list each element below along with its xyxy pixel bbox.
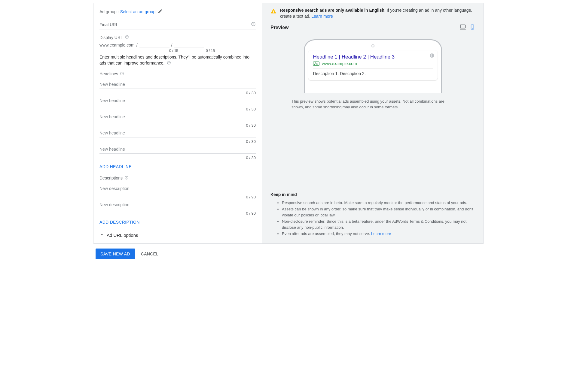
display-url-label: Display URL	[99, 35, 256, 40]
ad-headline: Headline 1 | Headline 2 | Headline 3	[313, 54, 433, 60]
keep-in-mind-item: Assets can be shown in any order, so mak…	[282, 206, 475, 218]
headlines-label: Headlines	[99, 71, 256, 77]
description-counter: 0 / 90	[99, 193, 256, 199]
ad-group-row: Ad group: Select an ad group	[99, 9, 256, 14]
help-icon[interactable]	[125, 35, 129, 40]
display-url-domain: www.example.com	[99, 43, 135, 47]
ad-badge: Ad	[313, 62, 319, 66]
add-description-button[interactable]: ADD DESCRIPTION	[99, 216, 256, 227]
headline-counter: 0 / 30	[99, 121, 256, 128]
save-new-ad-button[interactable]: SAVE NEW AD	[96, 249, 135, 259]
headline-counter: 0 / 30	[99, 137, 256, 144]
keep-in-mind-section: Keep in mind Responsive search ads are i…	[262, 187, 484, 243]
svg-point-7	[122, 74, 122, 74]
ad-description: Description 1. Description 2.	[313, 71, 433, 76]
path1-counter: 0 / 15	[145, 49, 178, 53]
mobile-icon[interactable]	[470, 23, 475, 32]
keep-in-mind-item: Non-disclosure reminder: Since this is a…	[282, 219, 475, 230]
svg-point-1	[253, 25, 253, 25]
headline-input[interactable]: New headline	[99, 111, 256, 121]
help-icon[interactable]	[120, 71, 124, 77]
instruction-text: Enter multiple headlines and description…	[99, 54, 256, 67]
keep-in-mind-title: Keep in mind	[270, 192, 475, 197]
path2-counter: 0 / 15	[180, 49, 215, 53]
descriptions-label: Descriptions	[99, 176, 256, 181]
desktop-icon[interactable]	[459, 24, 467, 31]
keep-in-mind-item: Responsive search ads are in beta. Make …	[282, 200, 475, 206]
final-url-field[interactable]: Final URL	[99, 22, 256, 29]
headline-counter: 0 / 30	[99, 105, 256, 111]
learn-more-link[interactable]: Learn more	[311, 14, 333, 19]
headline-input[interactable]: New headline	[99, 128, 256, 137]
learn-more-link[interactable]: Learn more	[371, 231, 391, 236]
help-icon[interactable]	[124, 176, 129, 181]
headline-input[interactable]: New headline	[99, 95, 256, 105]
ad-url-options-toggle[interactable]: Ad URL options	[99, 227, 256, 238]
description-input[interactable]: New description	[99, 183, 256, 193]
preview-title: Preview	[270, 25, 288, 30]
help-icon[interactable]	[167, 61, 171, 66]
svg-point-9	[127, 178, 127, 179]
svg-rect-10	[460, 25, 466, 28]
headline-counter: 0 / 30	[99, 89, 256, 95]
final-url-label: Final URL	[99, 22, 118, 27]
path2-input[interactable]	[174, 41, 204, 47]
pencil-icon[interactable]	[158, 9, 163, 14]
ad-preview-card: i Headline 1 | Headline 2 | Headline 3 A…	[308, 50, 438, 80]
select-ad-group-link[interactable]: Select an ad group	[120, 9, 156, 14]
phone-preview-frame: i Headline 1 | Headline 2 | Headline 3 A…	[304, 39, 442, 93]
ad-group-label: Ad group	[99, 9, 117, 14]
ad-url: www.example.com	[322, 61, 357, 66]
headline-input[interactable]: New headline	[99, 79, 256, 89]
description-counter: 0 / 90	[99, 209, 256, 216]
help-icon[interactable]	[251, 22, 256, 27]
language-notice: Responsive search ads are only available…	[270, 8, 475, 19]
info-icon[interactable]: i	[430, 53, 434, 58]
svg-point-12	[472, 29, 473, 29]
warning-icon	[270, 8, 276, 15]
headline-input[interactable]: New headline	[99, 144, 256, 154]
svg-point-3	[127, 38, 127, 38]
cancel-button[interactable]: CANCEL	[141, 252, 159, 256]
svg-point-5	[169, 64, 169, 64]
preview-note: This preview shows potential ads assembl…	[270, 95, 475, 116]
add-headline-button[interactable]: ADD HEADLINE	[99, 160, 256, 171]
headline-counter: 0 / 30	[99, 154, 256, 160]
keep-in-mind-item: Even after ads are assembled, they may n…	[282, 231, 475, 237]
chevron-down-icon	[99, 232, 104, 238]
path1-input[interactable]	[139, 41, 169, 47]
description-input[interactable]: New description	[99, 199, 256, 209]
